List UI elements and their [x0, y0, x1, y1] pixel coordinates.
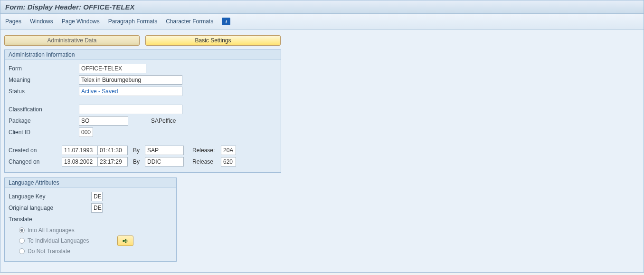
field-created-by: SAP [145, 146, 184, 155]
content-area: Administrative Data Basic Settings Admin… [0, 29, 644, 272]
field-original-language: DE [91, 203, 103, 213]
label-changed-on: Changed on [9, 158, 62, 165]
toolbar: Pages Windows Page Windows Paragraph For… [0, 14, 644, 29]
field-package: SO [79, 116, 128, 126]
field-release-1: 20A [221, 146, 236, 155]
label-form: Form [9, 65, 79, 72]
field-meaning: Telex in Büroumgebung [79, 75, 182, 85]
toolbar-page-windows[interactable]: Page Windows [62, 18, 100, 25]
toolbar-windows[interactable]: Windows [30, 18, 53, 25]
field-release-2: 620 [221, 157, 236, 167]
field-created-time: 01:41:30 [97, 146, 128, 155]
toolbar-pages[interactable]: Pages [5, 18, 21, 25]
lang-attr-panel: Language Attributes Language Key DE Orig… [4, 177, 177, 262]
label-package-desc: SAPoffice [151, 118, 176, 124]
label-to-individual-languages: To Individual Languages [28, 237, 89, 244]
toolbar-character-formats[interactable]: Character Formats [166, 18, 213, 25]
window-title: Form: Display Header: OFFICE-TELEX [0, 0, 644, 14]
label-created-on: Created on [9, 147, 62, 154]
label-into-all-languages: Into All Languages [28, 227, 75, 234]
radio-into-all-languages[interactable] [19, 227, 25, 233]
admin-info-title: Administration Information [5, 50, 281, 60]
label-classification: Classification [9, 106, 79, 113]
radio-do-not-translate[interactable] [19, 248, 25, 254]
tab-row: Administrative Data Basic Settings [4, 35, 640, 46]
radio-row-all[interactable]: Into All Languages [9, 225, 172, 236]
field-status[interactable]: Active - Saved [79, 87, 182, 96]
label-original-language: Original language [9, 205, 91, 211]
tab-administrative-data[interactable]: Administrative Data [4, 35, 140, 46]
radio-to-individual-languages[interactable] [19, 238, 25, 244]
field-changed-date: 13.08.2002 [62, 157, 98, 167]
field-client-id: 000 [79, 128, 93, 137]
label-client-id: Client ID [9, 129, 79, 136]
label-translate: Translate [9, 216, 71, 223]
label-language-key: Language Key [9, 193, 91, 200]
app-window: Form: Display Header: OFFICE-TELEX Pages… [0, 0, 644, 273]
radio-row-none[interactable]: Do Not Translate [9, 246, 172, 256]
field-created-date: 11.07.1993 [62, 146, 98, 155]
field-language-key: DE [91, 192, 103, 201]
admin-info-panel: Administration Information Form OFFICE-T… [4, 49, 281, 173]
label-by-2: By [131, 158, 142, 165]
label-release-2: Release [192, 158, 221, 165]
label-release-1: Release: [192, 147, 221, 154]
label-status: Status [9, 88, 79, 95]
field-classification [79, 105, 182, 114]
radio-row-individual[interactable]: To Individual Languages ➪ [9, 236, 172, 246]
label-package: Package [9, 118, 79, 124]
tab-basic-settings[interactable]: Basic Settings [145, 35, 281, 46]
label-by-1: By [131, 147, 142, 154]
field-changed-by: DDIC [145, 157, 184, 167]
label-do-not-translate: Do Not Translate [28, 248, 70, 255]
field-changed-time: 23:17:29 [97, 157, 128, 167]
arrow-right-icon: ➪ [123, 237, 128, 245]
lang-attr-title: Language Attributes [5, 178, 176, 188]
individual-languages-button[interactable]: ➪ [117, 236, 133, 246]
info-icon[interactable]: i [222, 18, 230, 25]
toolbar-paragraph-formats[interactable]: Paragraph Formats [108, 18, 157, 25]
label-meaning: Meaning [9, 77, 79, 83]
field-form: OFFICE-TELEX [79, 64, 146, 73]
